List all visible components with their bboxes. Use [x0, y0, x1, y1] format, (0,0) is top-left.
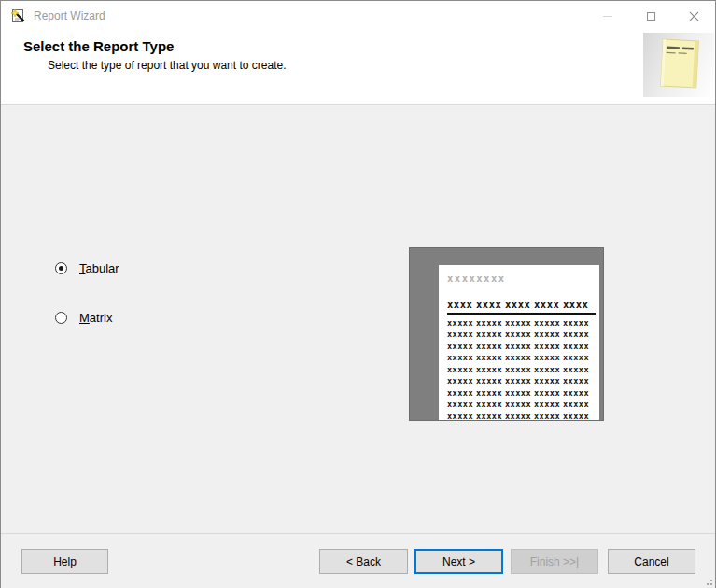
finish-button: Finish >>| [511, 549, 598, 574]
maximize-button[interactable] [629, 1, 672, 31]
preview-page: xxxxxxxx xxxxxxxxxxxxxxxxxxxx xxxxxxxxxx… [439, 265, 599, 420]
preview-data-cell: xxxxx [534, 411, 563, 421]
wizard-app-icon [9, 7, 26, 24]
preview-data-cell: xxxxx [505, 411, 534, 421]
content-area: Tabular Matrix xxxxxxxx xxxxxxxxxxxxxxxx… [1, 105, 715, 533]
report-wizard-window: Report Wizard Select the Report Type Sel… [0, 0, 716, 588]
next-button[interactable]: Next > [414, 549, 503, 574]
preview-row: xxxxxxxxxxxxxxxxxxxxxxxxx [447, 409, 599, 420]
preview-header-cell: xxxx [447, 299, 476, 310]
header-divider [1, 104, 715, 105]
close-button[interactable] [672, 1, 715, 31]
preview-data-cell: xxxxx [563, 411, 592, 421]
preview-row: xxxxxxxxxxxxxxxxxxxxxxxxx [447, 315, 599, 327]
maximize-icon [647, 12, 655, 21]
preview-row: xxxxxxxxxxxxxxxxxxxxxxxxx [447, 385, 599, 397]
preview-rows: xxxxxxxxxxxxxxxxxxxxxxxxxxxxxxxxxxxxxxxx… [447, 315, 599, 421]
preview-row: xxxxxxxxxxxxxxxxxxxxxxxxx [447, 339, 599, 350]
page-subtitle: Select the type of report that you want … [48, 59, 286, 72]
preview-row: xxxxxxxxxxxxxxxxxxxxxxxxx [447, 362, 599, 373]
report-preview-panel: xxxxxxxx xxxxxxxxxxxxxxxxxxxx xxxxxxxxxx… [409, 247, 604, 421]
cancel-button[interactable]: Cancel [608, 549, 695, 574]
minimize-icon [603, 16, 612, 17]
preview-header-row: xxxxxxxxxxxxxxxxxxxx [447, 295, 596, 315]
radio-option-matrix[interactable]: Matrix [55, 311, 112, 325]
preview-row: xxxxxxxxxxxxxxxxxxxxxxxxx [447, 350, 599, 361]
minimize-button [586, 1, 629, 31]
back-button[interactable]: < Back [319, 549, 408, 574]
report-page-icon [643, 33, 714, 97]
radio-label-tabular: Tabular [79, 261, 119, 275]
preview-title-placeholder: xxxxxxxx [447, 273, 599, 284]
preview-header-cell: xxxx [476, 299, 505, 310]
preview-header-cell: xxxx [563, 299, 592, 310]
preview-row: xxxxxxxxxxxxxxxxxxxxxxxxx [447, 327, 599, 338]
wizard-header: Select the Report Type Select the type o… [1, 31, 715, 104]
resize-grip[interactable] [703, 576, 712, 585]
preview-row: xxxxxxxxxxxxxxxxxxxxxxxxx [447, 397, 599, 408]
header-art-panel [643, 33, 714, 97]
radio-label-matrix: Matrix [79, 311, 112, 325]
page-title: Select the Report Type [23, 38, 174, 54]
radio-option-tabular[interactable]: Tabular [55, 261, 119, 275]
help-button[interactable]: Help [21, 549, 108, 574]
preview-row: xxxxxxxxxxxxxxxxxxxxxxxxx [447, 373, 599, 385]
preview-header-cell: xxxx [505, 299, 534, 310]
radio-matrix[interactable] [55, 312, 67, 324]
title-bar[interactable]: Report Wizard [1, 1, 715, 31]
window-title: Report Wizard [34, 9, 105, 22]
preview-header-cell: xxxx [534, 299, 563, 310]
radio-tabular[interactable] [55, 262, 67, 274]
close-icon [689, 11, 699, 21]
footer-bar: Help < Back Next > Finish >>| Cancel [1, 534, 715, 588]
preview-data-cell: xxxxx [447, 411, 476, 421]
preview-data-cell: xxxxx [476, 411, 505, 421]
